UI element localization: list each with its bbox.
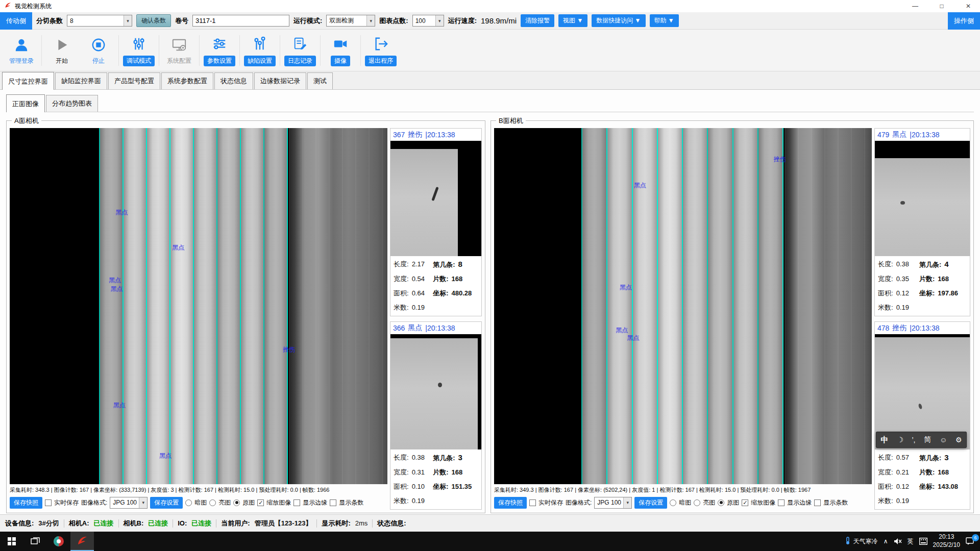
ribbon-exit[interactable]: 退出程序 (362, 35, 399, 66)
tab-product-model-config[interactable]: 产品型号配置 (108, 72, 160, 89)
subtab-front-image[interactable]: 正面图像 (6, 94, 45, 112)
realtime-save-checkbox[interactable] (45, 499, 52, 506)
original-image-radio[interactable] (718, 499, 724, 506)
defect-card[interactable]: 367 挫伤 |20:13:38 长度:2.17 第几条:8 (390, 128, 482, 316)
defect-annotation: 挫伤 (774, 155, 786, 164)
taskbar-app-icon[interactable] (47, 532, 70, 551)
ribbon-admin-login[interactable]: 管理登录 (3, 36, 40, 65)
camera-a-stats: 采集耗时: 348.3 | 图像计数: 167 | 像素坐标: (333,713… (10, 484, 387, 495)
defect-bars-icon (252, 35, 267, 53)
ime-chinese-mode-button[interactable]: 中 (880, 435, 888, 445)
slit-count-combo[interactable]: 8 ▾ (67, 15, 132, 27)
image-format-label: 图像格式: (81, 498, 107, 507)
ime-emoji-button[interactable]: ☺ (940, 436, 947, 444)
ime-punctuation-button[interactable]: ’, (912, 436, 915, 444)
defect-fields: 长度:0.38 第几条:3 宽度:0.31 片数:168 面积:0.10 坐标:… (390, 449, 481, 509)
data-quick-access-menu-button[interactable]: 数据快捷访问 ▼ (592, 14, 645, 27)
chevron-down-icon: ▾ (623, 497, 631, 508)
drive-side-button[interactable]: 传动侧 (0, 12, 32, 30)
task-view-button[interactable] (23, 532, 47, 551)
tab-test[interactable]: 测试 (307, 72, 333, 89)
zoom-image-checkbox[interactable] (257, 499, 264, 506)
io-status-label: IO: (178, 519, 187, 527)
confirm-count-button[interactable]: 确认条数 (136, 14, 171, 27)
ribbon-debug-mode[interactable]: 调试模式 (120, 35, 157, 66)
action-center-button[interactable]: 6 (966, 537, 975, 545)
minimize-button[interactable]: — (903, 0, 927, 12)
ribbon-system-config[interactable]: 系统配置 (161, 36, 198, 65)
ribbon-capture[interactable]: 摄像 (322, 35, 359, 66)
current-user-value: 管理员【123-123】 (255, 519, 312, 528)
touch-keyboard-icon[interactable] (919, 538, 927, 545)
operate-side-button[interactable]: 操作侧 (948, 12, 980, 30)
dark-image-label: 暗图 (194, 498, 207, 507)
defect-card[interactable]: 366 黑点 |20:13:38 长度:0.38 第几条:3 (390, 321, 482, 510)
help-menu-button[interactable]: 帮助 ▼ (650, 14, 679, 27)
bright-image-radio[interactable] (694, 499, 700, 506)
start-button[interactable] (0, 532, 23, 551)
tab-system-param-config[interactable]: 系统参数配置 (161, 72, 213, 89)
ribbon-log[interactable]: 日志记录 (282, 35, 318, 66)
view-menu-button[interactable]: 视图 ▼ (558, 14, 587, 27)
tray-overflow-chevron[interactable]: ∧ (884, 538, 888, 545)
input-language-indicator[interactable]: 英 (908, 537, 914, 546)
ribbon-stop[interactable]: 停止 (80, 36, 117, 65)
save-snapshot-button[interactable]: 保存快照 (10, 497, 42, 509)
clock-time: 20:13 (933, 533, 960, 541)
chart-points-combo[interactable]: 100 ▾ (412, 15, 444, 27)
zoom-image-checkbox[interactable] (742, 499, 748, 506)
save-snapshot-button[interactable]: 保存快照 (494, 497, 527, 509)
dark-image-label: 暗图 (679, 498, 691, 507)
show-strips-checkbox[interactable] (330, 499, 336, 506)
camera-a-title: A面相机 (12, 116, 41, 126)
defect-card[interactable]: 479 黑点 |20:13:38 长度:0.38 第几条:4 (874, 128, 970, 316)
defect-id: 367 (393, 131, 405, 139)
ime-settings-gear-icon[interactable]: ⚙ (955, 436, 962, 444)
save-settings-button[interactable]: 保存设置 (634, 497, 667, 509)
tab-size-monitor[interactable]: 尺寸监控界面 (2, 72, 54, 90)
ime-simplified-button[interactable]: 简 (924, 435, 931, 444)
roll-label: 卷号 (175, 16, 188, 26)
ribbon-separator (118, 35, 119, 66)
camera-a-controls: 保存快照 实时保存 图像格式: JPG 100 ▾ 保存设置 暗图 (10, 495, 387, 510)
tab-status-info[interactable]: 状态信息 (214, 72, 253, 89)
camera-a-panel: A面相机 黑点 黑点 黑点 黑点 挫 (6, 120, 485, 513)
ribbon-defect-settings[interactable]: 缺陷设置 (241, 35, 278, 66)
defect-type: 挫伤 (408, 130, 422, 139)
dark-image-radio[interactable] (670, 499, 676, 506)
defect-time: |20:13:38 (910, 324, 939, 332)
vision-app-taskbar-icon[interactable] (70, 532, 94, 551)
defect-type: 黑点 (892, 130, 906, 139)
camera-a-status-badge: 已连接 (94, 519, 114, 528)
ime-halfwidth-moon-icon[interactable]: ☽ (897, 436, 903, 444)
current-user-label: 当前用户: (221, 519, 250, 528)
close-button[interactable]: ✕ (957, 0, 980, 12)
clock[interactable]: 20:13 2025/2/10 (933, 533, 960, 549)
ribbon-param-settings[interactable]: 参数设置 (201, 35, 238, 66)
realtime-save-checkbox[interactable] (529, 499, 536, 506)
image-format-combo[interactable]: JPG 100 ▾ (110, 497, 148, 509)
tab-defect-monitor[interactable]: 缺陷监控界面 (55, 72, 107, 89)
thermometer-icon (844, 537, 851, 546)
original-image-radio[interactable] (233, 499, 240, 506)
defect-fields: 长度:2.17 第几条:8 宽度:0.54 片数:168 面积:0.64 坐标:… (390, 256, 481, 316)
ribbon-start[interactable]: 开始 (43, 36, 80, 65)
bright-image-radio[interactable] (209, 499, 216, 506)
run-mode-value: 双面检测 (329, 16, 354, 25)
subtab-trend-chart[interactable]: 分布趋势图表 (46, 95, 98, 112)
weather-widget[interactable]: 天气寒冷 (844, 537, 878, 546)
show-edge-checkbox[interactable] (778, 499, 785, 506)
show-strips-checkbox[interactable] (814, 499, 821, 506)
save-settings-button[interactable]: 保存设置 (150, 497, 183, 509)
tab-edge-data-record[interactable]: 边缘数据记录 (254, 72, 306, 89)
image-format-combo[interactable]: JPG 100 ▾ (594, 497, 632, 509)
clear-alarm-button[interactable]: 清除报警 (521, 14, 554, 27)
roll-input[interactable] (192, 15, 289, 27)
app-window: 视觉检测系统 — □ ✕ 传动侧 分切条数 8 ▾ 确认条数 卷号 运行模式: … (0, 0, 980, 551)
volume-muted-icon[interactable] (894, 538, 902, 545)
run-mode-combo[interactable]: 双面检测 ▾ (326, 15, 375, 27)
defect-card[interactable]: 478 挫伤 |20:13:38 长度:0.57 第几条:3 (874, 321, 970, 510)
maximize-button[interactable]: □ (930, 0, 953, 12)
show-edge-checkbox[interactable] (293, 499, 300, 506)
dark-image-radio[interactable] (185, 499, 192, 506)
